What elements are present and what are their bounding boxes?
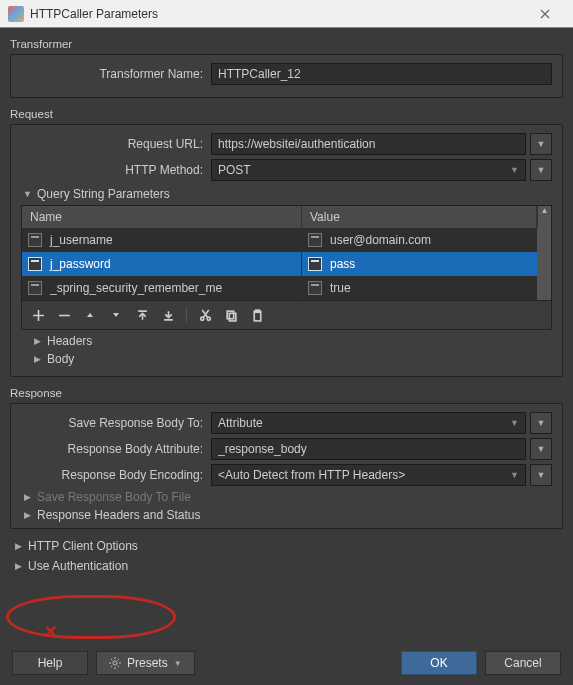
field-icon bbox=[308, 281, 322, 295]
remove-row-button[interactable] bbox=[56, 307, 72, 323]
headers-status-label: Response Headers and Status bbox=[37, 508, 200, 522]
headers-label: Headers bbox=[47, 334, 92, 348]
copy-button[interactable] bbox=[223, 307, 239, 323]
help-button[interactable]: Help bbox=[12, 651, 88, 675]
use-authentication-label: Use Authentication bbox=[28, 559, 128, 573]
save-body-to-dropdown[interactable]: Attribute ▼ bbox=[211, 412, 526, 434]
svg-rect-2 bbox=[227, 311, 234, 319]
table-toolbar bbox=[22, 300, 551, 329]
chevron-down-icon: ▼ bbox=[537, 470, 546, 480]
transformer-panel: Transformer Name: bbox=[10, 54, 563, 98]
body-header[interactable]: Body bbox=[33, 352, 552, 366]
field-icon bbox=[28, 257, 42, 271]
body-attr-input[interactable] bbox=[211, 438, 526, 460]
move-up-button[interactable] bbox=[82, 307, 98, 323]
disclosure-open-icon bbox=[23, 189, 31, 199]
http-client-options-label: HTTP Client Options bbox=[28, 539, 138, 553]
chevron-down-icon: ▼ bbox=[537, 444, 546, 454]
response-panel: Save Response Body To: Attribute ▼ ▼ Res… bbox=[10, 403, 563, 529]
add-row-button[interactable] bbox=[30, 307, 46, 323]
query-params-header[interactable]: Query String Parameters bbox=[23, 187, 552, 201]
body-enc-label: Response Body Encoding: bbox=[21, 468, 211, 482]
use-authentication-header[interactable]: Use Authentication bbox=[14, 559, 563, 573]
body-label: Body bbox=[47, 352, 74, 366]
titlebar: HTTPCaller Parameters bbox=[0, 0, 573, 28]
cancel-button[interactable]: Cancel bbox=[485, 651, 561, 675]
move-top-button[interactable] bbox=[134, 307, 150, 323]
chevron-down-icon: ▼ bbox=[174, 659, 182, 668]
http-method-value: POST bbox=[218, 163, 251, 177]
scrollbar-track[interactable] bbox=[537, 228, 551, 252]
body-attr-menu-button[interactable]: ▼ bbox=[530, 438, 552, 460]
table-row[interactable]: j_usernameuser@domain.com bbox=[22, 228, 551, 252]
request-section-label: Request bbox=[10, 108, 563, 120]
transformer-name-input[interactable] bbox=[211, 63, 552, 85]
ok-button[interactable]: OK bbox=[401, 651, 477, 675]
http-method-dropdown[interactable]: POST ▼ bbox=[211, 159, 526, 181]
chevron-down-icon: ▼ bbox=[537, 418, 546, 428]
save-body-to-menu-button[interactable]: ▼ bbox=[530, 412, 552, 434]
close-button[interactable] bbox=[525, 2, 565, 26]
disclosure-closed-icon bbox=[33, 354, 41, 364]
chevron-down-icon: ▼ bbox=[510, 470, 519, 480]
field-icon bbox=[308, 233, 322, 247]
divider bbox=[186, 308, 187, 322]
cell-value[interactable]: true bbox=[302, 276, 537, 300]
scrollbar[interactable]: ▲ bbox=[537, 206, 551, 228]
paste-button[interactable] bbox=[249, 307, 265, 323]
chevron-down-icon: ▼ bbox=[510, 165, 519, 175]
disclosure-closed-icon bbox=[23, 492, 31, 502]
body-enc-dropdown[interactable]: <Auto Detect from HTTP Headers> ▼ bbox=[211, 464, 526, 486]
response-section-label: Response bbox=[10, 387, 563, 399]
presets-button[interactable]: Presets ▼ bbox=[96, 651, 195, 675]
chevron-down-icon: ▼ bbox=[510, 418, 519, 428]
http-client-options-header[interactable]: HTTP Client Options bbox=[14, 539, 563, 553]
save-to-file-label: Save Response Body To File bbox=[37, 490, 191, 504]
table-header: Name Value ▲ bbox=[22, 206, 551, 228]
table-row[interactable]: _spring_security_remember_metrue bbox=[22, 276, 551, 300]
close-icon bbox=[540, 9, 550, 19]
cell-value[interactable]: user@domain.com bbox=[302, 228, 537, 252]
scrollbar-track[interactable] bbox=[537, 252, 551, 276]
scroll-up-icon: ▲ bbox=[541, 206, 549, 215]
request-panel: Request URL: ▼ HTTP Method: POST ▼ ▼ Que… bbox=[10, 124, 563, 377]
col-name[interactable]: Name bbox=[22, 206, 302, 228]
field-icon bbox=[28, 233, 42, 247]
request-url-input[interactable] bbox=[211, 133, 526, 155]
cell-name[interactable]: _spring_security_remember_me bbox=[22, 276, 302, 300]
move-bottom-button[interactable] bbox=[160, 307, 176, 323]
body-attr-label: Response Body Attribute: bbox=[21, 442, 211, 456]
app-icon bbox=[8, 6, 24, 22]
query-params-label: Query String Parameters bbox=[37, 187, 170, 201]
svg-rect-3 bbox=[229, 313, 236, 321]
cut-button[interactable] bbox=[197, 307, 213, 323]
chevron-down-icon: ▼ bbox=[537, 165, 546, 175]
request-url-label: Request URL: bbox=[21, 137, 211, 151]
request-url-menu-button[interactable]: ▼ bbox=[530, 133, 552, 155]
transformer-name-label: Transformer Name: bbox=[21, 67, 211, 81]
disclosure-closed-icon bbox=[23, 510, 31, 520]
query-params-table: Name Value ▲ j_usernameuser@domain.comj_… bbox=[21, 205, 552, 330]
headers-header[interactable]: Headers bbox=[33, 334, 552, 348]
disclosure-closed-icon bbox=[14, 541, 22, 551]
http-method-menu-button[interactable]: ▼ bbox=[530, 159, 552, 181]
col-value[interactable]: Value bbox=[302, 206, 537, 228]
window-title: HTTPCaller Parameters bbox=[30, 7, 525, 21]
cell-value[interactable]: pass bbox=[302, 252, 537, 276]
scrollbar-track[interactable] bbox=[537, 276, 551, 300]
field-icon bbox=[308, 257, 322, 271]
disclosure-closed-icon bbox=[33, 336, 41, 346]
dialog-footer: Help Presets ▼ OK Cancel bbox=[10, 641, 563, 685]
table-row[interactable]: j_passwordpass bbox=[22, 252, 551, 276]
cell-name[interactable]: j_password bbox=[22, 252, 302, 276]
cell-name[interactable]: j_username bbox=[22, 228, 302, 252]
body-enc-menu-button[interactable]: ▼ bbox=[530, 464, 552, 486]
save-body-to-label: Save Response Body To: bbox=[21, 416, 211, 430]
move-down-button[interactable] bbox=[108, 307, 124, 323]
save-to-file-header: Save Response Body To File bbox=[23, 490, 552, 504]
transformer-section-label: Transformer bbox=[10, 38, 563, 50]
svg-point-6 bbox=[113, 661, 117, 665]
gear-icon bbox=[109, 657, 121, 669]
headers-status-header[interactable]: Response Headers and Status bbox=[23, 508, 552, 522]
field-icon bbox=[28, 281, 42, 295]
